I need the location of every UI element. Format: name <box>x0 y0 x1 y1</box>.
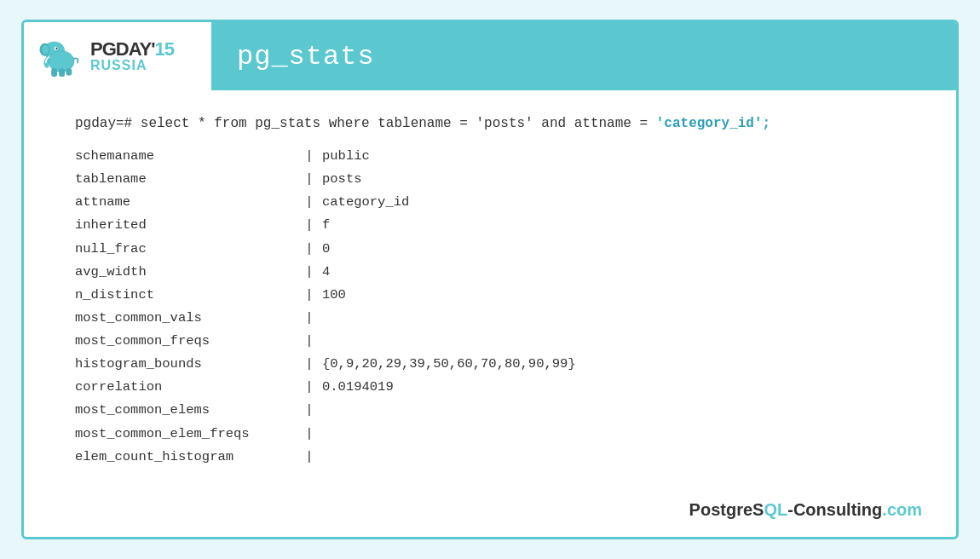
col-sep: | <box>297 307 322 330</box>
col-sep: | <box>297 446 322 469</box>
table-row: elem_count_histogram| <box>75 446 905 469</box>
col-name: n_distinct <box>75 284 297 307</box>
table-row: most_common_freqs| <box>75 330 905 353</box>
col-name: null_frac <box>75 238 297 261</box>
brand-ql: QL <box>764 500 787 519</box>
col-name: histogram_bounds <box>75 353 297 376</box>
col-sep: | <box>297 423 322 446</box>
col-sep: | <box>297 214 322 237</box>
col-sep: | <box>297 145 322 168</box>
svg-rect-7 <box>59 68 65 77</box>
col-name: elem_count_histogram <box>75 446 297 469</box>
col-name: avg_width <box>75 261 297 284</box>
col-value: posts <box>322 168 905 191</box>
col-name: inherited <box>75 214 297 237</box>
table-row: most_common_elems| <box>75 399 905 422</box>
table-row: most_common_elem_freqs| <box>75 423 905 446</box>
col-sep: | <box>297 399 322 422</box>
col-name: correlation <box>75 376 297 399</box>
brand-postgres: PostgreS <box>689 500 764 519</box>
svg-point-5 <box>55 47 57 49</box>
svg-point-3 <box>42 44 49 54</box>
col-value: 0.0194019 <box>322 376 905 399</box>
col-value: 0 <box>322 238 905 261</box>
col-sep: | <box>297 353 322 376</box>
table-row: tablename|posts <box>75 168 905 191</box>
brand-com: com <box>887 500 922 519</box>
table-row: histogram_bounds|{0,9,20,29,39,50,60,70,… <box>75 353 905 376</box>
col-sep: | <box>297 238 322 261</box>
svg-rect-6 <box>51 68 57 77</box>
brand-dash: - <box>787 500 793 519</box>
col-sep: | <box>297 376 322 399</box>
brand-consulting: Consulting <box>793 500 882 519</box>
sql-prompt: pgday=# select * from pg_stats where tab… <box>75 116 656 131</box>
col-sep: | <box>297 330 322 353</box>
logo-section: PGDAY'15 RUSSIA <box>24 22 211 90</box>
col-name: most_common_elems <box>75 399 297 422</box>
col-sep: | <box>297 261 322 284</box>
header: PGDAY'15 RUSSIA pg_stats <box>24 22 956 90</box>
col-value: {0,9,20,29,39,50,60,70,80,90,99} <box>322 353 905 376</box>
col-sep: | <box>297 191 322 214</box>
footer-brand: PostgreSQL-Consulting.com <box>689 500 922 520</box>
table-row: n_distinct|100 <box>75 284 905 307</box>
col-name: tablename <box>75 168 297 191</box>
table-row: most_common_vals| <box>75 307 905 330</box>
header-title: pg_stats <box>237 41 375 72</box>
table-row: attname|category_id <box>75 191 905 214</box>
col-name: attname <box>75 191 297 214</box>
table-row: schemaname|public <box>75 145 905 168</box>
col-value: category_id <box>322 191 905 214</box>
data-table: schemaname|publictablename|postsattname|… <box>75 145 905 469</box>
table-row: avg_width|4 <box>75 261 905 284</box>
table-row: correlation|0.0194019 <box>75 376 905 399</box>
col-value: 100 <box>322 284 905 307</box>
logo-russia: RUSSIA <box>90 59 174 72</box>
sql-query-line: pgday=# select * from pg_stats where tab… <box>75 116 905 131</box>
col-name: most_common_freqs <box>75 330 297 353</box>
col-value: f <box>322 214 905 237</box>
sql-highlight: 'category_id'; <box>656 116 770 131</box>
col-name: most_common_elem_freqs <box>75 423 297 446</box>
logo-text: PGDAY'15 RUSSIA <box>90 40 174 72</box>
col-sep: | <box>297 168 322 191</box>
header-title-section: pg_stats <box>211 22 956 90</box>
svg-rect-8 <box>66 68 72 75</box>
col-value: public <box>322 145 905 168</box>
logo-pgday: PGDAY'15 <box>90 40 174 59</box>
col-name: most_common_vals <box>75 307 297 330</box>
content: pgday=# select * from pg_stats where tab… <box>24 90 956 537</box>
table-row: inherited|f <box>75 214 905 237</box>
table-row: null_frac|0 <box>75 238 905 261</box>
col-name: schemaname <box>75 145 297 168</box>
slide: PGDAY'15 RUSSIA pg_stats pgday=# select … <box>21 20 959 539</box>
col-sep: | <box>297 284 322 307</box>
col-value: 4 <box>322 261 905 284</box>
elephant-icon <box>37 33 84 80</box>
